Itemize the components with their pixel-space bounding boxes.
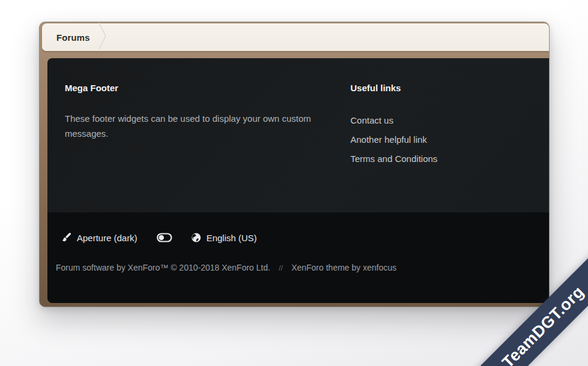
link-contact-us[interactable]: Contact us bbox=[350, 115, 394, 125]
theme-credit-link[interactable]: XenForo theme by xenfocus bbox=[292, 263, 397, 272]
toggle-icon bbox=[157, 233, 172, 242]
link-another-helpful-link[interactable]: Another helpful link bbox=[350, 134, 427, 145]
link-terms-and-conditions[interactable]: Terms and Conditions bbox=[350, 154, 437, 164]
useful-links-list: Contact us Another helpful link Terms an… bbox=[350, 111, 531, 169]
style-chooser-label: Aperture (dark) bbox=[77, 233, 137, 243]
style-chooser-button[interactable]: Aperture (dark) bbox=[61, 233, 137, 243]
xenforo-copyright-link[interactable]: Forum software by XenForo™ © 2010-2018 X… bbox=[56, 263, 270, 272]
list-item: Terms and Conditions bbox=[350, 149, 531, 169]
preferences-row: Aperture (dark) bbox=[47, 212, 549, 248]
list-item: Another helpful link bbox=[350, 130, 531, 149]
forum-page-window: Forums Mega Footer These footer widgets … bbox=[39, 22, 550, 307]
copyright-row: Forum software by XenForo™ © 2010-2018 X… bbox=[47, 248, 549, 272]
footer-widgets: Mega Footer These footer widgets can be … bbox=[47, 58, 549, 212]
widget-title: Mega Footer bbox=[65, 83, 350, 93]
breadcrumb-chevron-icon bbox=[98, 22, 107, 52]
copyright-separator: // bbox=[270, 263, 291, 272]
page: Forums Mega Footer These footer widgets … bbox=[0, 0, 588, 366]
footer-widget-useful-links: Useful links Contact us Another helpful … bbox=[350, 83, 531, 212]
breadcrumb-item-forums[interactable]: Forums bbox=[42, 32, 90, 43]
paintbrush-icon bbox=[61, 233, 71, 242]
footer-bottom-bar: Aperture (dark) bbox=[47, 212, 549, 303]
language-chooser-button[interactable]: English (US) bbox=[191, 233, 257, 243]
language-chooser-label: English (US) bbox=[206, 233, 257, 243]
footer-widget-mega-footer: Mega Footer These footer widgets can be … bbox=[65, 83, 350, 212]
dark-mode-toggle[interactable] bbox=[157, 233, 172, 242]
globe-icon bbox=[191, 233, 201, 242]
widget-body-text: These footer widgets can be used to disp… bbox=[65, 111, 329, 141]
mega-footer-panel: Mega Footer These footer widgets can be … bbox=[47, 58, 549, 303]
widget-title: Useful links bbox=[350, 83, 531, 93]
list-item: Contact us bbox=[350, 111, 531, 130]
breadcrumb: Forums bbox=[42, 23, 549, 51]
